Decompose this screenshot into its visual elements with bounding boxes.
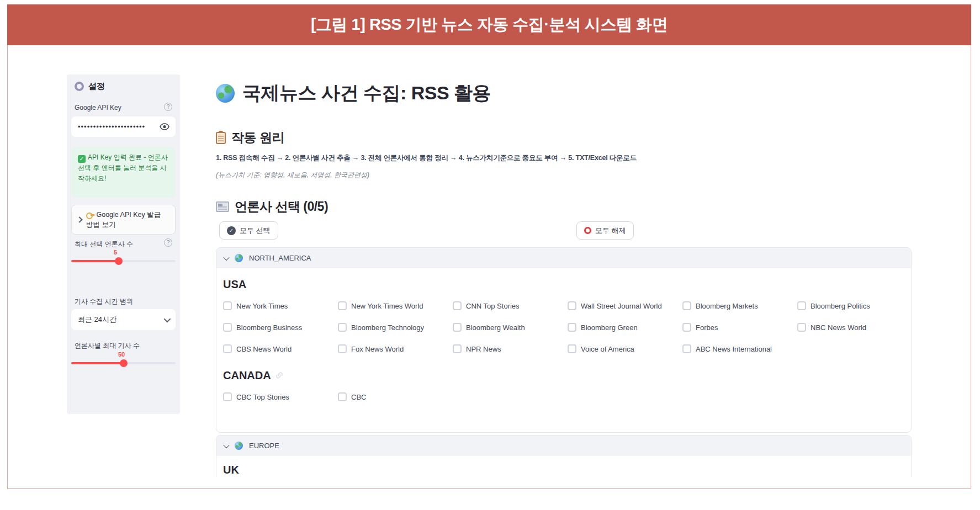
source-checkbox[interactable]: Wall Street Journal World [568,300,682,312]
slider-thumb[interactable] [120,359,128,367]
region-expander-north-america: NORTH_AMERICA USA New York Times New Yor… [216,247,912,433]
source-checkbox[interactable]: Bloomberg Wealth [453,321,568,333]
source-checkbox[interactable]: Bloomberg Technology [338,321,453,333]
key-icon [86,212,94,217]
time-range-label: 기사 수집 시간 범위 [75,297,133,306]
source-checkbox[interactable]: Bloomberg Politics [797,300,912,312]
chevron-down-icon [164,315,171,322]
source-checkbox[interactable]: CBC Top Stories [223,391,338,403]
source-checkbox[interactable]: Forbes [682,321,797,333]
principle-note: (뉴스가치 기준: 영향성, 새로움, 저명성, 한국관련성) [216,171,369,180]
api-key-masked-value: •••••••••••••••••••••• [78,123,159,131]
figure-title: [그림 1] RSS 기반 뉴스 자동 수집·분석 시스템 화면 [311,14,668,36]
source-checkbox[interactable]: CBS News World [223,343,338,355]
source-checkbox[interactable]: NBC News World [797,321,912,333]
page-title: 국제뉴스 사건 수집: RSS 활용 [242,81,491,106]
select-all-label: 모두 선택 [240,226,271,236]
success-message: API Key 입력 완료 - 언론사 선택 후 엔터를 눌러 분석을 시작하세… [78,153,168,182]
source-checkbox[interactable]: Bloomberg Markets [682,300,797,312]
slider-fill [71,260,118,262]
api-key-label: Google API Key [75,104,121,111]
globe-americas-icon [235,254,243,262]
region-expander-europe: EUROPE UK [216,435,912,477]
figure-title-banner: [그림 1] RSS 기반 뉴스 자동 수집·분석 시스템 화면 [7,4,971,45]
time-range-select[interactable]: 최근 24시간 [71,309,176,330]
max-articles-value: 50 [118,351,125,358]
checkbox-icon [453,301,462,310]
checkbox-icon [568,323,576,332]
help-icon[interactable]: ? [164,238,172,247]
gear-icon [75,82,84,91]
checkbox-icon [568,344,576,353]
principle-heading-row: 작동 원리 [216,129,284,146]
settings-header: 설정 [75,81,105,92]
source-checkbox[interactable]: Bloomberg Green [568,321,682,333]
slider-fill [71,362,124,364]
api-key-success-alert: API Key 입력 완료 - 언론사 선택 후 엔터를 눌러 분석을 시작하세… [71,147,176,198]
api-key-input[interactable]: •••••••••••••••••••••• [71,116,176,137]
deselect-all-icon [584,227,591,234]
source-checkbox[interactable]: New York Times World [338,300,453,312]
checkbox-icon [453,323,462,332]
source-checkbox[interactable]: Voice of America [568,343,682,355]
source-checkbox[interactable]: Fox News World [338,343,453,355]
chevron-down-icon [223,442,229,448]
chevron-down-icon [223,254,229,260]
deselect-all-button[interactable]: 모두 해제 [576,221,634,240]
checkbox-icon [338,344,347,353]
globe-icon [216,84,235,103]
source-checkbox[interactable]: NPR News [453,343,568,355]
max-sources-label: 최대 선택 언론사 수 [75,240,133,249]
globe-europe-icon [235,442,243,450]
country-heading-canada: CANADA [223,369,904,382]
selection-heading-row: 언론사 선택 (0/5) [216,198,328,215]
max-sources-slider[interactable] [71,260,176,262]
eye-icon[interactable] [159,123,170,131]
source-checkbox[interactable]: Bloomberg Business [223,321,338,333]
usa-source-grid: New York Times New York Times World CNN … [223,300,904,355]
checkbox-icon [682,301,691,310]
checkbox-icon [338,323,347,332]
chevron-right-icon [76,216,82,222]
checkbox-icon [797,301,806,310]
country-heading-uk: UK [223,464,904,476]
selection-heading: 언론사 선택 (0/5) [235,198,328,215]
max-sources-value: 5 [114,249,117,256]
expander-body: USA New York Times New York Times World … [216,268,911,413]
select-all-icon [227,226,236,235]
principle-steps: 1. RSS 접속해 수집 → 2. 언론사별 사건 추출 → 3. 전체 언론… [216,153,637,163]
region-label: NORTH_AMERICA [249,254,311,262]
page-title-row: 국제뉴스 사건 수집: RSS 활용 [216,81,491,106]
api-guide-expander[interactable]: Google API Key 발급 방법 보기 [71,205,176,235]
canada-source-grid: CBC Top Stories CBC [223,391,904,403]
checkbox-icon [682,344,691,353]
select-all-button[interactable]: 모두 선택 [219,221,278,240]
country-heading-usa: USA [223,278,904,291]
newspaper-icon [216,201,229,212]
slider-thumb[interactable] [115,257,123,265]
checkbox-icon [223,301,232,310]
time-range-value: 최근 24시간 [78,315,116,325]
checkbox-icon [223,392,232,401]
max-articles-slider[interactable] [71,362,176,364]
expander-header-north-america[interactable]: NORTH_AMERICA [216,248,911,268]
expander-body: UK [216,456,911,477]
checkbox-icon [338,301,347,310]
api-guide-label: Google API Key 발급 방법 보기 [86,210,169,230]
max-articles-label: 언론사별 최대 기사 수 [75,341,140,350]
principle-heading: 작동 원리 [231,129,284,146]
deselect-all-label: 모두 해제 [595,226,626,236]
europe-expander-clip: EUROPE UK [216,435,912,477]
checkbox-icon [568,301,576,310]
expander-header-europe[interactable]: EUROPE [216,435,911,456]
check-icon [78,155,86,163]
source-checkbox[interactable]: CBC [338,391,453,403]
source-checkbox[interactable]: CNN Top Stories [453,300,568,312]
source-checkbox[interactable]: ABC News International [682,343,797,355]
anchor-link-icon [276,369,283,382]
source-checkbox[interactable]: New York Times [223,300,338,312]
checkbox-icon [338,392,347,401]
help-icon[interactable]: ? [164,103,172,111]
region-label: EUROPE [249,442,279,450]
checkbox-icon [223,344,232,353]
